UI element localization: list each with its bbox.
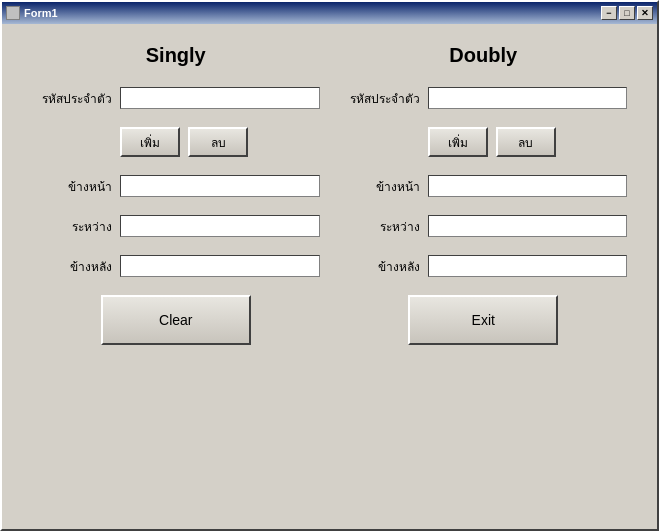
doubly-next-row: ข้างหลัง	[340, 255, 628, 277]
doubly-id-label: รหัสประจำตัว	[340, 89, 420, 108]
main-window: Form1 − □ ✕ Singly รหัสประจำตัว เพิ่ม ลบ	[0, 0, 659, 531]
singly-id-input[interactable]	[120, 87, 320, 109]
doubly-heading: Doubly	[340, 44, 628, 67]
singly-between-row: ระหว่าง	[32, 215, 320, 237]
maximize-button[interactable]: □	[619, 6, 635, 20]
window-icon	[6, 6, 20, 20]
singly-clear-wrapper: Clear	[32, 295, 320, 345]
singly-column: Singly รหัสประจำตัว เพิ่ม ลบ ข้างหน้า ระ…	[32, 44, 320, 345]
close-button[interactable]: ✕	[637, 6, 653, 20]
singly-prev-label: ข้างหน้า	[32, 177, 112, 196]
doubly-exit-wrapper: Exit	[340, 295, 628, 345]
minimize-button[interactable]: −	[601, 6, 617, 20]
exit-button[interactable]: Exit	[408, 295, 558, 345]
window-title: Form1	[24, 7, 58, 19]
doubly-id-input[interactable]	[428, 87, 628, 109]
singly-heading: Singly	[32, 44, 320, 67]
doubly-prev-input[interactable]	[428, 175, 628, 197]
singly-id-row: รหัสประจำตัว	[32, 87, 320, 109]
title-bar: Form1 − □ ✕	[2, 2, 657, 24]
doubly-next-input[interactable]	[428, 255, 628, 277]
singly-next-input[interactable]	[120, 255, 320, 277]
clear-button[interactable]: Clear	[101, 295, 251, 345]
singly-add-button[interactable]: เพิ่ม	[120, 127, 180, 157]
title-bar-text: Form1	[6, 6, 58, 20]
singly-prev-input[interactable]	[120, 175, 320, 197]
singly-next-row: ข้างหลัง	[32, 255, 320, 277]
title-bar-controls: − □ ✕	[601, 6, 653, 20]
singly-prev-row: ข้างหน้า	[32, 175, 320, 197]
doubly-between-row: ระหว่าง	[340, 215, 628, 237]
doubly-between-label: ระหว่าง	[340, 217, 420, 236]
singly-button-row: เพิ่ม ลบ	[120, 127, 320, 157]
singly-between-input[interactable]	[120, 215, 320, 237]
singly-between-label: ระหว่าง	[32, 217, 112, 236]
doubly-prev-row: ข้างหน้า	[340, 175, 628, 197]
doubly-button-row: เพิ่ม ลบ	[428, 127, 628, 157]
content-area: Singly รหัสประจำตัว เพิ่ม ลบ ข้างหน้า ระ…	[2, 24, 657, 365]
doubly-add-button[interactable]: เพิ่ม	[428, 127, 488, 157]
doubly-next-label: ข้างหลัง	[340, 257, 420, 276]
doubly-between-input[interactable]	[428, 215, 628, 237]
singly-delete-button[interactable]: ลบ	[188, 127, 248, 157]
doubly-column: Doubly รหัสประจำตัว เพิ่ม ลบ ข้างหน้า ระ…	[340, 44, 628, 345]
singly-next-label: ข้างหลัง	[32, 257, 112, 276]
doubly-prev-label: ข้างหน้า	[340, 177, 420, 196]
singly-id-label: รหัสประจำตัว	[32, 89, 112, 108]
doubly-delete-button[interactable]: ลบ	[496, 127, 556, 157]
doubly-id-row: รหัสประจำตัว	[340, 87, 628, 109]
main-columns: Singly รหัสประจำตัว เพิ่ม ลบ ข้างหน้า ระ…	[32, 44, 627, 345]
